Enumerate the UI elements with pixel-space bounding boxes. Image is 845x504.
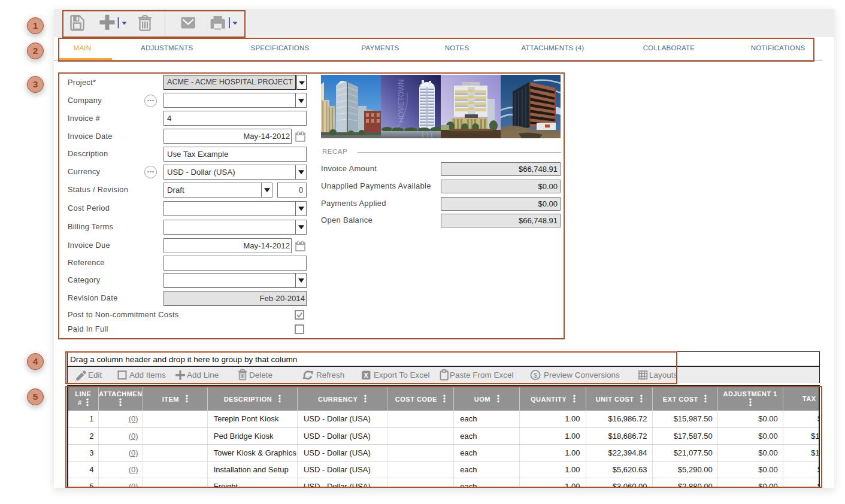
svg-text:HOMETOWN: HOMETOWN xyxy=(397,80,405,123)
svg-text:X: X xyxy=(364,372,369,379)
svg-text:$: $ xyxy=(534,372,538,379)
